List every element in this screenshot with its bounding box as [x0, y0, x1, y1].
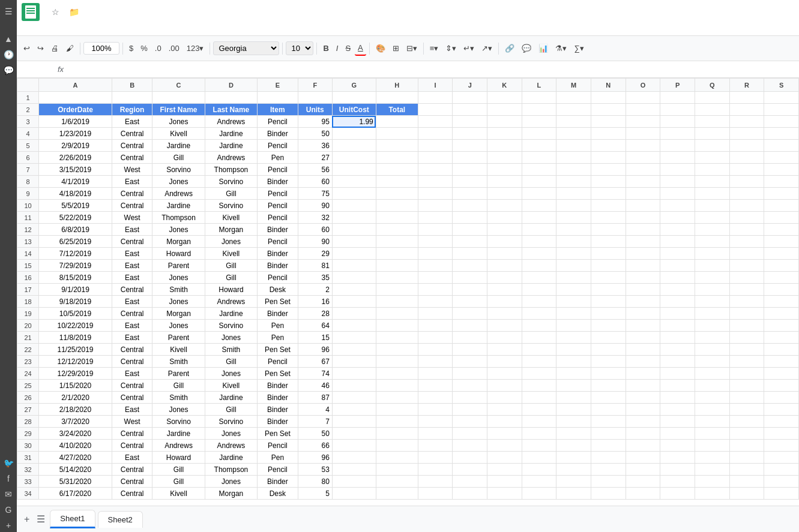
cell-I20[interactable] [418, 320, 453, 332]
cell-H18[interactable] [376, 296, 418, 308]
row-header-13[interactable]: 13 [17, 236, 39, 248]
menu-addons[interactable] [97, 28, 107, 30]
cell-F32[interactable]: 53 [298, 464, 332, 476]
cell-S1[interactable] [764, 92, 799, 104]
cell-G21[interactable] [332, 332, 376, 344]
cell-O32[interactable] [626, 464, 660, 476]
cell-F5[interactable]: 36 [298, 140, 332, 152]
cell-C11[interactable]: Thompson [152, 212, 205, 224]
cell-I8[interactable] [418, 176, 453, 188]
cell-M19[interactable] [556, 308, 591, 320]
cell-P9[interactable] [660, 188, 695, 200]
cell-H25[interactable] [376, 380, 418, 392]
cell-A18[interactable]: 9/18/2019 [39, 296, 112, 308]
cell-I16[interactable] [418, 272, 453, 284]
cell-S3[interactable] [764, 116, 799, 128]
row-header-7[interactable]: 7 [17, 164, 39, 176]
cell-B30[interactable]: Central [112, 440, 152, 452]
cell-N1[interactable] [591, 92, 626, 104]
cell-K10[interactable] [487, 200, 522, 212]
cell-H29[interactable] [376, 428, 418, 440]
cell-S6[interactable] [764, 152, 799, 164]
cell-I7[interactable] [418, 164, 453, 176]
cell-M15[interactable] [556, 260, 591, 272]
cell-M7[interactable] [556, 164, 591, 176]
cell-D22[interactable]: Smith [205, 344, 257, 356]
cell-L18[interactable] [522, 296, 556, 308]
cell-O28[interactable] [626, 416, 660, 428]
cell-H20[interactable] [376, 320, 418, 332]
cell-I31[interactable] [418, 452, 453, 464]
cell-K8[interactable] [487, 176, 522, 188]
cell-N4[interactable] [591, 128, 626, 140]
cell-H7[interactable] [376, 164, 418, 176]
cell-J24[interactable] [453, 368, 487, 380]
cell-B15[interactable]: East [112, 260, 152, 272]
row-header-10[interactable]: 10 [17, 200, 39, 212]
cell-P22[interactable] [660, 344, 695, 356]
cell-G3[interactable]: 1.99 [332, 116, 376, 128]
cell-J34[interactable] [453, 488, 487, 500]
cell-Q3[interactable] [695, 116, 729, 128]
cell-S23[interactable] [764, 356, 799, 368]
cell-S15[interactable] [764, 260, 799, 272]
cell-C24[interactable]: Parent [152, 368, 205, 380]
cell-R24[interactable] [729, 368, 764, 380]
cell-N31[interactable] [591, 452, 626, 464]
cell-J20[interactable] [453, 320, 487, 332]
row-header-18[interactable]: 18 [17, 296, 39, 308]
cell-P11[interactable] [660, 212, 695, 224]
cell-H15[interactable] [376, 260, 418, 272]
cell-G19[interactable] [332, 308, 376, 320]
cell-P18[interactable] [660, 296, 695, 308]
cell-J9[interactable] [453, 188, 487, 200]
cell-Q9[interactable] [695, 188, 729, 200]
cell-G31[interactable] [332, 452, 376, 464]
cell-D10[interactable]: Sorvino [205, 200, 257, 212]
cell-R30[interactable] [729, 440, 764, 452]
cell-G14[interactable] [332, 248, 376, 260]
col-header-K[interactable]: K [487, 79, 522, 92]
cell-R33[interactable] [729, 476, 764, 488]
col-header-P[interactable]: P [660, 79, 695, 92]
cell-C10[interactable]: Jardine [152, 200, 205, 212]
cell-H6[interactable] [376, 152, 418, 164]
cell-I13[interactable] [418, 236, 453, 248]
cell-L23[interactable] [522, 356, 556, 368]
cell-L10[interactable] [522, 200, 556, 212]
cell-F14[interactable]: 29 [298, 248, 332, 260]
cell-H12[interactable] [376, 224, 418, 236]
cell-L14[interactable] [522, 248, 556, 260]
cell-R34[interactable] [729, 488, 764, 500]
cell-O24[interactable] [626, 368, 660, 380]
cell-A12[interactable]: 6/8/2019 [39, 224, 112, 236]
cell-S11[interactable] [764, 212, 799, 224]
col-header-I[interactable]: I [418, 79, 453, 92]
cell-E21[interactable]: Pen [258, 332, 298, 344]
cell-G23[interactable] [332, 356, 376, 368]
cell-A32[interactable]: 5/14/2020 [39, 464, 112, 476]
cell-I6[interactable] [418, 152, 453, 164]
cell-P17[interactable] [660, 284, 695, 296]
cell-O18[interactable] [626, 296, 660, 308]
cell-J25[interactable] [453, 380, 487, 392]
cell-P29[interactable] [660, 428, 695, 440]
cell-P12[interactable] [660, 224, 695, 236]
cell-O33[interactable] [626, 476, 660, 488]
cell-C16[interactable]: Jones [152, 272, 205, 284]
cell-R11[interactable] [729, 212, 764, 224]
cell-I29[interactable] [418, 428, 453, 440]
col-header-Q[interactable]: Q [695, 79, 729, 92]
cell-L3[interactable] [522, 116, 556, 128]
cell-E22[interactable]: Pen Set [258, 344, 298, 356]
cell-J28[interactable] [453, 416, 487, 428]
cell-N19[interactable] [591, 308, 626, 320]
cell-E20[interactable]: Pen [258, 320, 298, 332]
col-header-F[interactable]: F [298, 79, 332, 92]
cell-H22[interactable] [376, 344, 418, 356]
cell-I18[interactable] [418, 296, 453, 308]
cell-A15[interactable]: 7/29/2019 [39, 260, 112, 272]
cell-S17[interactable] [764, 284, 799, 296]
cell-C34[interactable]: Kivell [152, 488, 205, 500]
cell-P2[interactable] [660, 104, 695, 116]
